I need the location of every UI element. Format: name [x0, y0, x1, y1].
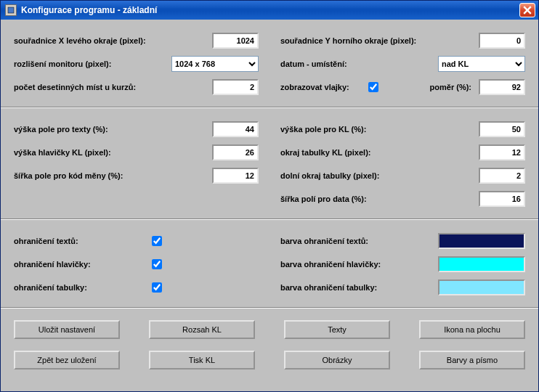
print-kl-button[interactable]: Tisk KL [149, 351, 255, 369]
color-table-swatch[interactable] [438, 279, 525, 295]
kl-field-height-label: výška pole pro KL (%): [280, 125, 479, 134]
kl-header-height-label: výška hlavičky KL (pixel): [14, 148, 212, 157]
color-table-label: barva ohraničení tabulky: [280, 283, 438, 292]
section-dimensions: výška pole pro texty (%): výška hlavičky… [1, 108, 538, 219]
color-header-swatch[interactable] [438, 256, 525, 272]
currency-code-width-input[interactable] [212, 168, 259, 184]
border-table-label: ohraničení tabulky: [14, 283, 152, 292]
coord-y-input[interactable] [479, 33, 525, 49]
decimals-input[interactable] [212, 79, 259, 95]
window-title: Konfigurace programu - základní [21, 5, 519, 15]
kl-field-height-input[interactable] [479, 121, 525, 137]
color-header-label: barva ohraničení hlavičky: [280, 260, 438, 269]
date-pos-select[interactable]: nad KL [438, 56, 525, 72]
decimals-label: počet desetinných míst u kurzů: [14, 83, 212, 91]
resolution-label: rozlišení monitoru (pixel): [14, 60, 171, 68]
text-field-height-label: výška pole pro texty (%): [14, 125, 212, 134]
kl-table-margin-label: okraj tabulky KL (pixel): [280, 148, 479, 157]
icon-desktop-button[interactable]: Ikona na plochu [419, 320, 525, 339]
border-table-checkbox[interactable] [152, 282, 162, 293]
coord-x-label: souřadnice X levého okraje (pixel): [14, 36, 212, 45]
app-icon [5, 4, 17, 16]
client-area: souřadnice X levého okraje (pixel): rozl… [1, 20, 538, 391]
ratio-label: poměr (%): [430, 83, 479, 91]
back-button[interactable]: Zpět bez uložení [14, 351, 120, 369]
table-bottom-margin-input[interactable] [479, 168, 525, 184]
texts-button[interactable]: Texty [284, 320, 390, 339]
resolution-select[interactable]: 1024 x 768 [171, 56, 259, 72]
config-window: Konfigurace programu - základní souřadni… [0, 0, 539, 392]
show-flags-checkbox[interactable] [368, 82, 378, 92]
color-text-label: barva ohraničení textů: [280, 237, 438, 245]
border-header-checkbox[interactable] [152, 259, 162, 269]
titlebar: Konfigurace programu - základní [1, 1, 538, 20]
data-field-width-label: šířka polí pro data (%): [280, 195, 479, 203]
coord-x-input[interactable] [212, 33, 259, 49]
data-field-width-input[interactable] [479, 191, 525, 207]
show-flags-label: zobrazovat vlajky: [280, 83, 355, 91]
coord-y-label: souřadnice Y horního okraje (pixel): [280, 36, 479, 45]
text-field-height-input[interactable] [212, 121, 259, 137]
save-button[interactable]: Uložit nastavení [14, 320, 120, 339]
date-pos-label: datum - umístění: [280, 60, 438, 68]
range-kl-button[interactable]: Rozsah KL [149, 320, 255, 339]
svg-rect-0 [8, 7, 14, 13]
table-bottom-margin-label: dolní okraj tabulky (pixel): [280, 171, 479, 180]
border-header-label: ohraničení hlavičky: [14, 260, 152, 269]
section-borders: ohraničení textů: ohraničení hlavičky: o… [1, 220, 538, 307]
color-text-swatch[interactable] [438, 233, 525, 249]
border-text-label: ohraničení textů: [14, 237, 152, 245]
colors-font-button[interactable]: Barvy a písmo [419, 351, 525, 369]
close-icon [523, 6, 532, 15]
images-button[interactable]: Obrázky [284, 351, 390, 369]
ratio-input[interactable] [479, 79, 525, 95]
kl-header-height-input[interactable] [212, 144, 259, 160]
currency-code-width-label: šířka pole pro kód měny (%): [14, 171, 212, 180]
section-coordinates: souřadnice X levého okraje (pixel): rozl… [1, 20, 538, 107]
border-text-checkbox[interactable] [152, 236, 162, 246]
close-button[interactable] [519, 3, 535, 17]
kl-table-margin-input[interactable] [479, 144, 525, 160]
button-bar: Uložit nastavení Rozsah KL Texty Ikona n… [1, 309, 538, 381]
